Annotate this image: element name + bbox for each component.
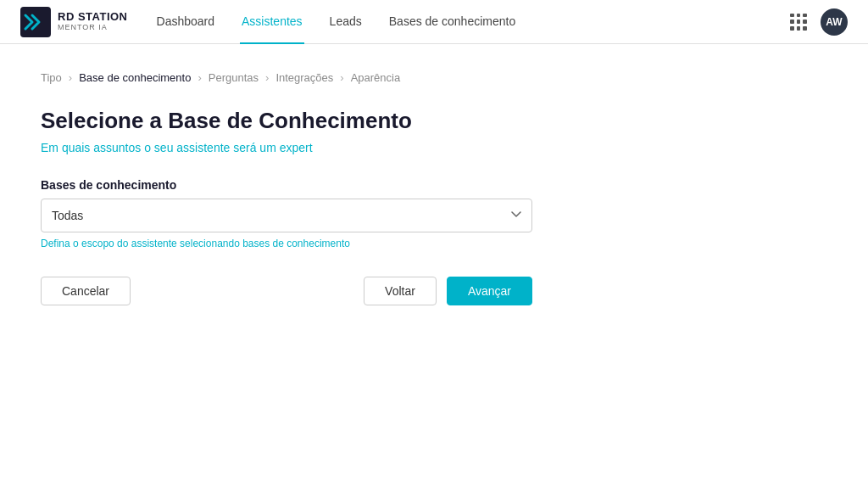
breadcrumb-tipo: Tipo [41, 71, 62, 84]
breadcrumb: Tipo › Base de conhecimento › Perguntas … [41, 71, 827, 84]
logo-mentor-label: MENTOR IA [58, 24, 128, 32]
main-content: Tipo › Base de conhecimento › Perguntas … [0, 44, 868, 487]
navbar-left: RD STATION MENTOR IA Dashboard Assistent… [20, 0, 517, 44]
nav-dashboard[interactable]: Dashboard [155, 0, 217, 44]
breadcrumb-aparencia: Aparência [351, 71, 401, 84]
form-label-bases: Bases de conhecimento [41, 178, 827, 192]
nav-bases[interactable]: Bases de conhecimento [387, 0, 517, 44]
logo-rd-label: RD STATION [58, 11, 128, 23]
svg-rect-0 [20, 7, 51, 37]
breadcrumb-integracoes: Integrações [275, 71, 333, 84]
navbar-right: AW [790, 8, 848, 36]
breadcrumb-base: Base de conhecimento [79, 71, 191, 84]
logo-text: RD STATION MENTOR IA [58, 11, 128, 31]
grid-apps-icon[interactable] [790, 14, 807, 31]
logo: RD STATION MENTOR IA [20, 7, 128, 37]
user-avatar[interactable]: AW [821, 8, 848, 36]
breadcrumb-sep-3: › [265, 71, 269, 84]
form-hint: Defina o escopo do assistente selecionan… [41, 238, 827, 249]
form-group-bases: Bases de conhecimento Todas Defina o esc… [41, 178, 827, 249]
breadcrumb-sep-2: › [198, 71, 201, 84]
bases-select[interactable]: Todas [41, 199, 532, 232]
breadcrumb-sep-1: › [69, 71, 72, 84]
cancel-button[interactable]: Cancelar [41, 277, 131, 305]
breadcrumb-perguntas: Perguntas [209, 71, 259, 84]
advance-button[interactable]: Avançar [447, 277, 532, 305]
page-title: Selecione a Base de Conhecimento [41, 108, 827, 134]
select-wrapper: Todas [41, 199, 532, 232]
navbar: RD STATION MENTOR IA Dashboard Assistent… [0, 0, 868, 44]
rd-station-logo-icon [20, 7, 51, 37]
back-button[interactable]: Voltar [364, 277, 437, 305]
page-subtitle: Em quais assuntos o seu assistente será … [41, 141, 827, 154]
nav-leads[interactable]: Leads [328, 0, 364, 44]
breadcrumb-sep-4: › [340, 71, 343, 84]
nav-assistentes[interactable]: Assistentes [240, 0, 304, 44]
btn-right-group: Voltar Avançar [364, 277, 532, 305]
nav-links: Dashboard Assistentes Leads Bases de con… [155, 0, 518, 44]
button-row: Cancelar Voltar Avançar [41, 277, 532, 305]
